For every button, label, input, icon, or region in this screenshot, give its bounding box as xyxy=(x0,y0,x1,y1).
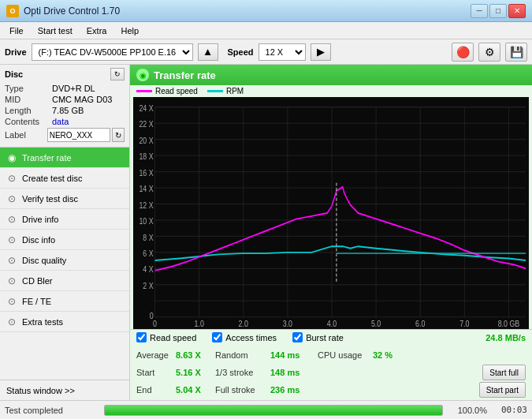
checkbox-access-times[interactable]: Access times xyxy=(212,332,277,342)
menu-extra[interactable]: Extra xyxy=(80,24,113,37)
disc-panel: Disc ↻ Type DVD+R DL MID CMC MAG D03 Len… xyxy=(0,65,129,148)
minimize-button[interactable]: ─ xyxy=(471,4,488,18)
disc-length-label: Length xyxy=(5,106,52,115)
legend-read-speed-color xyxy=(136,90,152,92)
settings-button[interactable]: ⚙ xyxy=(478,43,500,62)
read-speed-checkbox[interactable] xyxy=(136,332,147,342)
svg-text:24 X: 24 X xyxy=(139,103,153,113)
sidebar-item-transfer-rate[interactable]: ◉ Transfer rate xyxy=(0,148,129,168)
transfer-rate-icon: ◉ xyxy=(6,152,17,163)
sidebar-item-label: Extra tests xyxy=(22,317,63,327)
disc-label-row: Label ↻ xyxy=(5,128,125,142)
full-stroke-value: 236 ms xyxy=(270,385,318,395)
svg-text:16 X: 16 X xyxy=(139,168,153,178)
svg-text:8 X: 8 X xyxy=(143,232,153,241)
access-times-checkbox-label: Access times xyxy=(225,333,277,342)
sidebar-item-cd-bler[interactable]: ⊙ CD Bler xyxy=(0,271,129,291)
drive-select[interactable]: (F:) TEAC DV-W5000E PP100 E.16 xyxy=(32,43,193,61)
disc-type-label: Type xyxy=(5,84,52,93)
verify-test-disc-icon: ⊙ xyxy=(6,193,17,204)
svg-text:4.0: 4.0 xyxy=(327,319,337,328)
checkbox-burst-rate[interactable]: Burst rate xyxy=(292,332,344,342)
cd-bler-icon: ⊙ xyxy=(6,275,17,286)
sidebar-item-disc-info[interactable]: ⊙ Disc info xyxy=(0,230,129,250)
disc-length-value: 7.85 GB xyxy=(52,106,84,115)
disc-mid-label: MID xyxy=(5,95,52,104)
one-third-label: 1/3 stroke xyxy=(215,368,270,377)
disc-label-input[interactable] xyxy=(47,128,110,142)
sidebar-item-label: Disc info xyxy=(22,235,55,245)
sidebar-item-disc-quality[interactable]: ⊙ Disc quality xyxy=(0,250,129,271)
menu-help[interactable]: Help xyxy=(114,24,145,37)
legend-rpm-label: RPM xyxy=(226,87,244,95)
legend-read-speed-label: Read speed xyxy=(155,87,198,95)
time-display: 00:03 xyxy=(492,405,527,415)
checkbox-read-speed[interactable]: Read speed xyxy=(136,332,196,342)
disc-label-refresh-button[interactable]: ↻ xyxy=(112,128,125,142)
sidebar-item-fe-te[interactable]: ⊙ FE / TE xyxy=(0,291,129,312)
sidebar-item-verify-test-disc[interactable]: ⊙ Verify test disc xyxy=(0,189,129,209)
erase-button[interactable]: 🔴 xyxy=(452,43,474,62)
sidebar-item-extra-tests[interactable]: ⊙ Extra tests xyxy=(0,312,129,332)
sidebar-item-label: Drive info xyxy=(22,215,58,224)
full-stroke-label: Full stroke xyxy=(215,385,270,395)
burst-rate-checkbox[interactable] xyxy=(292,332,303,342)
sidebar-item-label: Create test disc xyxy=(22,174,82,183)
fe-te-icon: ⊙ xyxy=(6,296,17,307)
random-value: 144 ms xyxy=(270,350,318,360)
chart-title: Transfer rate xyxy=(154,69,216,81)
sidebar-item-label: Verify test disc xyxy=(22,194,78,204)
close-button[interactable]: ✕ xyxy=(508,4,526,18)
svg-text:5.0: 5.0 xyxy=(371,319,381,328)
speed-select[interactable]: 12 X xyxy=(259,43,306,61)
create-test-disc-icon: ⊙ xyxy=(6,173,17,184)
menu-file[interactable]: File xyxy=(3,24,30,37)
stats-row-1: Average 8.63 X Random 144 ms CPU usage 3… xyxy=(136,346,526,364)
checkboxes-row: Read speed Access times Burst rate 24.8 … xyxy=(130,329,532,345)
svg-text:1.0: 1.0 xyxy=(195,319,205,328)
access-times-checkbox[interactable] xyxy=(212,332,222,342)
sidebar-item-label: FE / TE xyxy=(22,297,51,306)
svg-text:22 X: 22 X xyxy=(139,119,153,129)
disc-quality-icon: ⊙ xyxy=(6,255,17,266)
sidebar-item-label: Disc quality xyxy=(22,256,66,265)
save-button[interactable]: 💾 xyxy=(505,43,527,62)
sidebar: Disc ↻ Type DVD+R DL MID CMC MAG D03 Len… xyxy=(0,65,130,400)
title-bar: O Opti Drive Control 1.70 ─ □ ✕ xyxy=(0,0,532,22)
sidebar-item-create-test-disc[interactable]: ⊙ Create test disc xyxy=(0,168,129,189)
main-layout: Disc ↻ Type DVD+R DL MID CMC MAG D03 Len… xyxy=(0,65,532,400)
sidebar-item-label: CD Bler xyxy=(22,276,53,286)
disc-mid-row: MID CMC MAG D03 xyxy=(5,95,125,104)
disc-contents-value: data xyxy=(52,117,69,126)
speed-apply-button[interactable]: ▶ xyxy=(311,43,331,61)
status-window-label: Status window >> xyxy=(6,386,75,395)
start-full-button[interactable]: Start full xyxy=(482,365,526,380)
svg-text:18 X: 18 X xyxy=(139,152,153,161)
svg-text:12 X: 12 X xyxy=(139,200,153,210)
speed-label: Speed xyxy=(228,47,254,57)
content-area: ◉ Transfer rate Read speed RPM xyxy=(130,65,532,400)
legend-rpm: RPM xyxy=(207,87,244,95)
burst-rate-checkbox-label: Burst rate xyxy=(306,333,344,342)
svg-text:14 X: 14 X xyxy=(139,184,153,193)
burst-rate-display: 24.8 MB/s xyxy=(485,333,526,342)
status-window-button[interactable]: Status window >> xyxy=(0,380,129,400)
svg-text:6 X: 6 X xyxy=(143,249,153,258)
read-speed-checkbox-label: Read speed xyxy=(150,333,196,342)
start-part-button[interactable]: Start part xyxy=(479,382,526,398)
sidebar-item-drive-info[interactable]: ⊙ Drive info xyxy=(0,209,129,230)
drive-eject-button[interactable]: ▲ xyxy=(198,43,218,61)
chart-container: 24 X 22 X 20 X 18 X 16 X 14 X 12 X 10 X … xyxy=(133,97,529,329)
app-title: Opti Drive Control 1.70 xyxy=(24,6,120,17)
maximize-button[interactable]: □ xyxy=(489,4,507,18)
menu-start-test[interactable]: Start test xyxy=(32,24,79,37)
disc-info-icon: ⊙ xyxy=(6,234,17,245)
stats-row-3: End 5.04 X Full stroke 236 ms Start part xyxy=(136,381,526,398)
drive-info-icon: ⊙ xyxy=(6,214,17,225)
chart-header-icon: ◉ xyxy=(136,69,149,81)
cpu-label: CPU usage xyxy=(318,350,373,360)
disc-refresh-button[interactable]: ↻ xyxy=(110,68,125,80)
disc-panel-title: Disc xyxy=(5,69,23,79)
svg-text:2.0: 2.0 xyxy=(239,319,249,328)
one-third-value: 148 ms xyxy=(270,368,318,377)
